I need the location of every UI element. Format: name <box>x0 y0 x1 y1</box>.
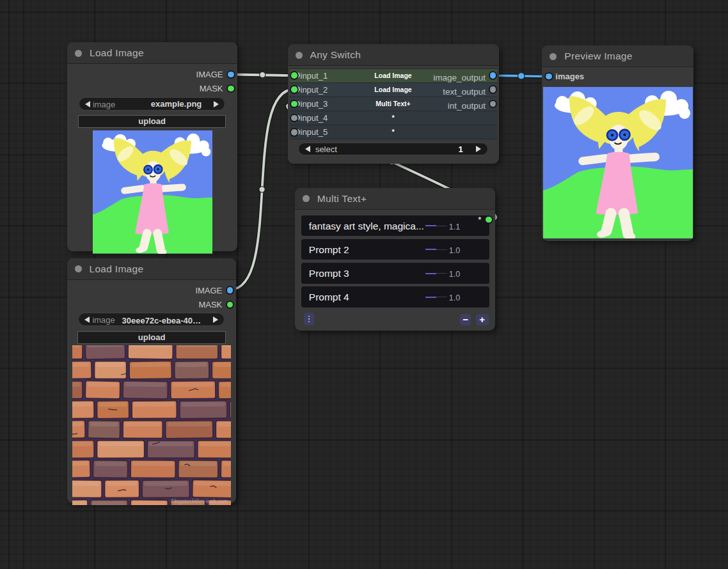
svg-text:©bigstocktiles-web.com: ©bigstocktiles-web.com <box>171 497 228 504</box>
